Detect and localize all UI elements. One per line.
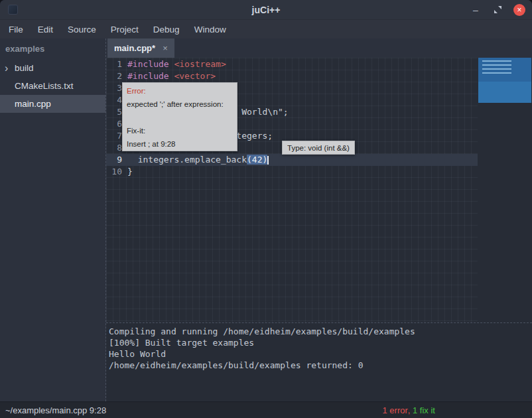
- output-line: Hello World: [109, 348, 532, 360]
- line-number: 10: [106, 166, 122, 178]
- error-tooltip-spacer: [127, 111, 233, 124]
- line-number: 7: [106, 130, 122, 142]
- output-line: Compiling and running /home/eidheim/exam…: [109, 326, 532, 337]
- code-text: #include <iostream>: [122, 58, 226, 70]
- line-number: 8: [106, 142, 122, 154]
- code-line-10[interactable]: 10}: [106, 166, 478, 178]
- code-text: #include <vector>: [122, 70, 216, 82]
- code-line-1[interactable]: 1#include <iostream>: [106, 58, 478, 70]
- close-button[interactable]: ×: [513, 4, 525, 16]
- menu-item-source[interactable]: Source: [60, 21, 103, 38]
- menu-item-edit[interactable]: Edit: [31, 21, 60, 38]
- titlebar[interactable]: juCi++ – ×: [0, 0, 532, 20]
- file-name: build: [15, 63, 34, 73]
- editor-column: main.cpp* × 1#include <iostream>2#includ…: [106, 38, 532, 401]
- file-tree-item-cmakelists-txt[interactable]: CMakeLists.txt: [0, 77, 105, 95]
- error-tooltip-title: Error:: [127, 84, 233, 98]
- restore-icon: [494, 6, 501, 13]
- diagnostics-separator: ,: [408, 405, 413, 415]
- error-tooltip-message: expected ';' after expression:: [127, 98, 233, 111]
- line-number: 9: [106, 154, 122, 166]
- tab-label: main.cpp*: [114, 43, 155, 53]
- menu-bar: FileEditSourceProjectDebugWindow: [0, 20, 532, 38]
- menu-item-project[interactable]: Project: [103, 21, 146, 38]
- app-icon: [8, 5, 18, 15]
- line-number: 2: [106, 70, 122, 82]
- menu-item-debug[interactable]: Debug: [146, 21, 187, 38]
- fixit-count: 1 fix it: [413, 405, 435, 415]
- window-title: juCi++: [0, 5, 532, 15]
- code-text: integers.emplace_back(42): [122, 154, 269, 166]
- code-editor[interactable]: 1#include <iostream>2#include <vector>34…: [106, 58, 532, 322]
- juci-window: juCi++ – × FileEditSourceProjectDebugWin…: [0, 0, 532, 418]
- file-tree: ›buildCMakeLists.txtmain.cpp: [0, 59, 105, 113]
- project-name: examples: [0, 38, 105, 59]
- text-cursor: [267, 156, 269, 165]
- line-number: 4: [106, 94, 122, 106]
- file-tree-item-main-cpp[interactable]: main.cpp: [0, 95, 105, 113]
- output-panel[interactable]: Compiling and running /home/eidheim/exam…: [106, 322, 532, 401]
- menu-item-window[interactable]: Window: [187, 21, 233, 38]
- chevron-right-icon[interactable]: ›: [5, 64, 15, 73]
- line-number: 1: [106, 58, 122, 70]
- tab-bar: main.cpp* ×: [106, 38, 532, 58]
- output-line: /home/eidheim/examples/build/examples re…: [109, 360, 532, 371]
- file-tree-panel: examples ›buildCMakeLists.txtmain.cpp: [0, 38, 106, 401]
- minimize-button[interactable]: –: [470, 4, 482, 16]
- maximize-button[interactable]: [492, 4, 503, 16]
- code-line-2[interactable]: 2#include <vector>: [106, 70, 478, 82]
- file-name: CMakeLists.txt: [15, 81, 74, 91]
- minimap-preview: [478, 58, 531, 103]
- type-tooltip: Type: void (int &&): [282, 141, 355, 155]
- output-line: [100%] Built target examples: [109, 337, 532, 348]
- menu-item-file[interactable]: File: [1, 21, 31, 38]
- line-number: 5: [106, 106, 122, 118]
- main-area: examples ›buildCMakeLists.txtmain.cpp ma…: [0, 38, 532, 401]
- cursor-location: ~/examples/main.cpp 9:28: [0, 405, 106, 415]
- tab-main-cpp[interactable]: main.cpp* ×: [107, 38, 174, 58]
- file-name: main.cpp: [15, 99, 51, 109]
- code-line-9[interactable]: 9 integers.emplace_back(42): [106, 154, 478, 166]
- fixit-text: Insert ; at 9:28: [127, 137, 233, 151]
- tab-close-icon[interactable]: ×: [163, 43, 168, 53]
- error-tooltip: Error: expected ';' after expression: Fi…: [122, 82, 237, 151]
- source-overview-map[interactable]: [478, 58, 532, 322]
- window-controls: – ×: [470, 4, 532, 16]
- fixit-title: Fix-it:: [127, 124, 233, 137]
- status-bar: ~/examples/main.cpp 9:28 1 error, 1 fix …: [0, 401, 532, 418]
- line-number: 6: [106, 118, 122, 130]
- line-number: 3: [106, 82, 122, 94]
- diagnostics-summary: 1 error, 1 fix it: [383, 402, 436, 418]
- file-tree-item-build[interactable]: ›build: [0, 59, 105, 77]
- error-count: 1 error: [383, 405, 408, 415]
- code-text: }: [122, 166, 133, 178]
